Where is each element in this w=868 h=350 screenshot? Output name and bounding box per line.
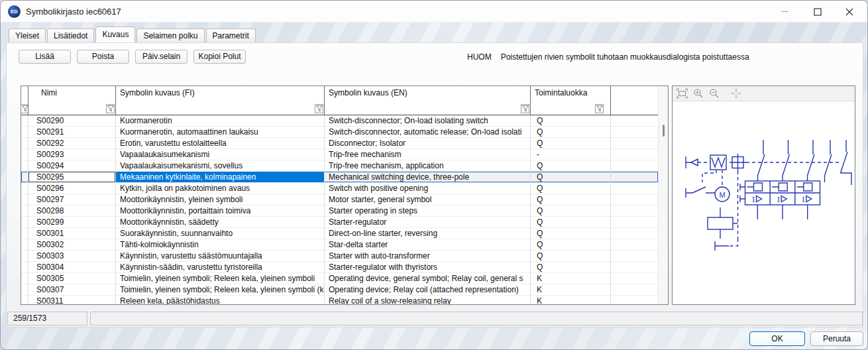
- row-gutter[interactable]: [21, 217, 28, 227]
- row-gutter[interactable]: [21, 284, 28, 295]
- row-gutter[interactable]: [21, 115, 28, 126]
- tab[interactable]: Yleiset: [9, 29, 46, 42]
- row-gutter[interactable]: [21, 127, 28, 137]
- row-gutter[interactable]: [21, 194, 28, 205]
- cell-nimi[interactable]: S00297: [28, 194, 116, 205]
- cell-fi[interactable]: Kuormanerotin: [116, 115, 325, 126]
- action-button[interactable]: Kopioi Polut: [193, 50, 246, 64]
- symbol-preview-canvas[interactable]: I I I M: [673, 101, 855, 304]
- cell-en[interactable]: Relay coil of a slow-releasing relay: [325, 296, 531, 304]
- table-row[interactable]: S00298 Moottorikäynnistin, portaittain t…: [21, 205, 658, 217]
- cell-en[interactable]: Mechanical switching device, three-pole: [325, 172, 531, 182]
- ok-button[interactable]: OK: [749, 331, 805, 346]
- cell-en[interactable]: Starter-regulator with thyristors: [325, 262, 531, 272]
- cell-en[interactable]: Switch-disconnector; On-load isolating s…: [325, 115, 531, 126]
- cell-toimintaluokka[interactable]: Q: [531, 194, 611, 205]
- action-button[interactable]: Poista: [77, 50, 129, 64]
- row-gutter[interactable]: [21, 228, 28, 239]
- row-gutter[interactable]: [21, 149, 28, 160]
- table-row[interactable]: S00307 Toimielin, yleinen symboli; Relee…: [21, 284, 658, 296]
- table-row[interactable]: S00291 Kuormanerotin, automaattinen lauk…: [21, 127, 658, 138]
- table-row[interactable]: S00305 Toimielin, yleinen symboli; Relee…: [21, 273, 658, 284]
- cell-toimintaluokka[interactable]: Q: [531, 138, 611, 148]
- cell-en[interactable]: Starter with auto-transformer: [325, 251, 531, 261]
- cell-fi[interactable]: Vapaalaukaisumekanismi, sovellus: [116, 160, 325, 171]
- filter-funnel-icon[interactable]: [21, 104, 28, 113]
- table-row[interactable]: S00295 Mekaaninen kytkinlaite, kolminapa…: [21, 172, 658, 183]
- cell-en[interactable]: Switch with positive opening: [325, 183, 531, 194]
- minimize-button[interactable]: [769, 1, 800, 23]
- cell-toimintaluokka[interactable]: Q: [531, 115, 611, 126]
- tab[interactable]: Selaimen polku: [136, 29, 204, 42]
- row-gutter[interactable]: [21, 239, 28, 250]
- table-row[interactable]: S00301 Suorakäynnistin, suunnanvaihto Di…: [21, 228, 658, 239]
- cell-en[interactable]: Motor starter, general symbol: [325, 194, 531, 205]
- cell-nimi[interactable]: S00311: [28, 296, 116, 304]
- cell-fi[interactable]: Moottorikäynnistin, portaittain toimiva: [116, 205, 325, 216]
- cell-en[interactable]: Operating device; Relay coil (attached r…: [325, 284, 531, 295]
- cell-nimi[interactable]: S00298: [28, 205, 116, 216]
- filter-funnel-icon[interactable]: [595, 104, 604, 113]
- cancel-button[interactable]: Peruuta: [810, 331, 863, 346]
- cell-toimintaluokka[interactable]: Q: [531, 127, 611, 137]
- row-gutter[interactable]: [21, 262, 28, 272]
- pan-icon[interactable]: [730, 88, 741, 99]
- action-button[interactable]: Päiv.selain: [135, 50, 188, 64]
- cell-toimintaluokka[interactable]: K: [531, 273, 611, 284]
- cell-nimi[interactable]: S00296: [28, 183, 116, 194]
- cell-fi[interactable]: Moottorikäynnistin, säädetty: [116, 217, 325, 227]
- cell-toimintaluokka[interactable]: Q: [531, 160, 611, 171]
- filter-funnel-icon[interactable]: [315, 104, 323, 113]
- cell-toimintaluokka[interactable]: Q: [531, 262, 611, 272]
- row-gutter[interactable]: [21, 160, 28, 171]
- cell-toimintaluokka[interactable]: Q: [531, 239, 611, 250]
- column-header-en[interactable]: Symbolin kuvaus (EN): [325, 86, 531, 101]
- cell-nimi[interactable]: S00290: [28, 115, 116, 126]
- cell-fi[interactable]: Kuormanerotin, automaattinen laukaisu: [116, 127, 325, 137]
- table-row[interactable]: S00297 Moottorikäynnistin, yleinen symbo…: [21, 194, 658, 205]
- cell-nimi[interactable]: S00301: [28, 228, 116, 239]
- close-button[interactable]: [834, 1, 865, 23]
- cell-en[interactable]: Switch-disconnector, automatic release; …: [325, 127, 531, 137]
- table-row[interactable]: S00303 Käynnistin, varustettu säästömuun…: [21, 251, 658, 262]
- cell-nimi[interactable]: S00291: [28, 127, 116, 137]
- cell-fi[interactable]: Vapaalaukaisumekanismi: [116, 149, 325, 160]
- cell-nimi[interactable]: S00295: [28, 172, 116, 182]
- cell-fi[interactable]: Tähti-kolmiokäynnistin: [116, 239, 325, 250]
- cell-toimintaluokka[interactable]: Q: [531, 205, 611, 216]
- cell-fi[interactable]: Käynnistin-säädin, varustettu tyristorei…: [116, 262, 325, 272]
- cell-fi[interactable]: Toimielin, yleinen symboli; Releen kela,…: [116, 284, 325, 295]
- maximize-button[interactable]: [802, 1, 833, 23]
- action-button[interactable]: Lisää: [19, 50, 71, 64]
- cell-en[interactable]: Operating device, general symbol; Relay …: [325, 273, 531, 284]
- table-row[interactable]: S00294 Vapaalaukaisumekanismi, sovellus …: [21, 160, 658, 172]
- table-row[interactable]: S00293 Vapaalaukaisumekanismi Trip-free …: [21, 149, 658, 160]
- cell-toimintaluokka[interactable]: Q: [531, 228, 611, 239]
- cell-nimi[interactable]: S00292: [28, 138, 116, 148]
- cell-toimintaluokka[interactable]: K: [531, 296, 611, 304]
- column-header-nimi[interactable]: Nimi: [28, 86, 116, 101]
- cell-nimi[interactable]: S00293: [28, 149, 116, 160]
- cell-nimi[interactable]: S00303: [28, 251, 116, 261]
- table-row[interactable]: S00311 Releen kela, päästöhidastus Relay…: [21, 296, 658, 304]
- cell-en[interactable]: Starter-regulator: [325, 217, 531, 227]
- cell-fi[interactable]: Käynnistin, varustettu säästömuuntajalla: [116, 251, 325, 261]
- filter-cell-nimi[interactable]: [28, 101, 116, 115]
- table-scrollbar[interactable]: [658, 86, 668, 304]
- row-gutter[interactable]: [21, 172, 28, 182]
- filter-cell-gutter[interactable]: [21, 101, 28, 115]
- column-header-fi[interactable]: Symbolin kuvaus (FI): [116, 86, 325, 101]
- cell-nimi[interactable]: S00307: [28, 284, 116, 295]
- filter-cell-en[interactable]: [325, 101, 531, 115]
- cell-fi[interactable]: Mekaaninen kytkinlaite, kolminapainen: [116, 172, 325, 182]
- filter-funnel-icon[interactable]: [106, 104, 115, 113]
- row-gutter[interactable]: [21, 138, 28, 148]
- tab[interactable]: Kuvaus: [95, 27, 135, 42]
- cell-en[interactable]: Trip-free mechanism, application: [325, 160, 531, 171]
- row-gutter[interactable]: [21, 183, 28, 194]
- cell-nimi[interactable]: S00302: [28, 239, 116, 250]
- row-gutter[interactable]: [21, 296, 28, 304]
- filter-funnel-icon[interactable]: [521, 104, 529, 113]
- cell-fi[interactable]: Moottorikäynnistin, yleinen symboli: [116, 194, 325, 205]
- cell-en[interactable]: Trip-free mechanism: [325, 149, 531, 160]
